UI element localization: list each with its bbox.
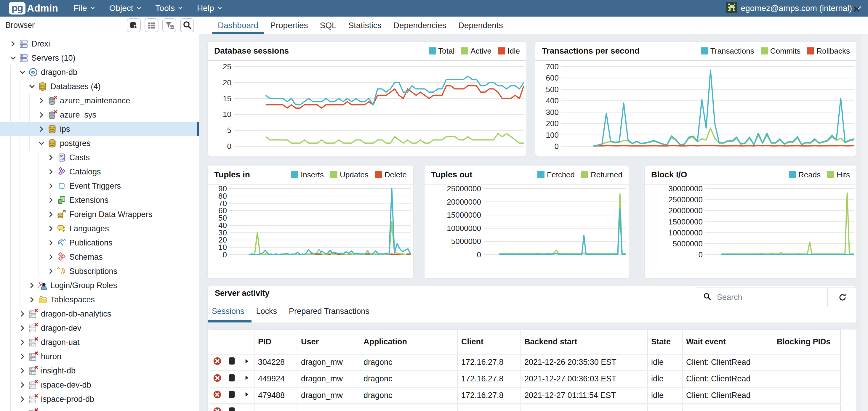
- session-row: 479488dragon_mwdragonc172.16.27.82021-12…: [210, 387, 841, 404]
- tree-chevron-icon[interactable]: [18, 307, 27, 321]
- tab-sql[interactable]: SQL: [314, 17, 342, 34]
- search-placeholder: Search: [717, 293, 742, 302]
- menu-object[interactable]: Object: [109, 4, 142, 13]
- tree-item-servers-10-[interactable]: Servers (10): [0, 51, 199, 65]
- tree-item-subscriptions[interactable]: Subscriptions: [0, 264, 199, 278]
- tree-item-languages[interactable]: Languages: [0, 221, 199, 236]
- tree-item-azure-maintenance[interactable]: azure_maintenance: [0, 94, 199, 108]
- chart-legend: ReadsHits: [789, 170, 850, 180]
- tree-chevron-icon[interactable]: [46, 165, 56, 179]
- tree-chevron-icon[interactable]: [18, 335, 27, 349]
- cancel-query-icon[interactable]: [213, 376, 222, 384]
- tree-item-databases-4-[interactable]: Databases (4): [0, 80, 199, 94]
- search-button[interactable]: [180, 18, 194, 32]
- terminate-session-icon[interactable]: [227, 358, 237, 368]
- cancel-query-icon[interactable]: [213, 409, 222, 411]
- expand-row-icon[interactable]: [243, 391, 250, 400]
- legend-label: Transactions: [710, 46, 754, 56]
- tree-item-ispace-prod-db[interactable]: ispace-prod-db: [0, 392, 199, 406]
- tree-chevron-icon[interactable]: [46, 179, 56, 193]
- terminate-session-icon[interactable]: [227, 392, 237, 401]
- tree-chevron-icon[interactable]: [37, 136, 46, 151]
- tree-item-ips[interactable]: ips: [0, 122, 199, 136]
- tree-chevron-icon[interactable]: [18, 321, 27, 335]
- tree-chevron-icon[interactable]: [18, 406, 27, 411]
- tree-item-catalogs[interactable]: Catalogs: [0, 165, 199, 179]
- tree-item-insight-db[interactable]: insight-db: [0, 363, 199, 378]
- tree-chevron-icon[interactable]: [37, 122, 46, 136]
- tree-item-login-group-roles[interactable]: Login/Group Roles: [0, 278, 199, 292]
- tree-chevron-icon[interactable]: [46, 207, 56, 221]
- close-panel-icon[interactable]: [852, 5, 861, 15]
- top-menubar: pg Admin FileObjectToolsHelp egomez@amps…: [0, 0, 868, 17]
- tree-item-publications[interactable]: Publications: [0, 236, 199, 250]
- tree-item-extensions[interactable]: Extensions: [0, 193, 199, 207]
- tree-item-label: postgres: [60, 139, 91, 148]
- tree-chevron-icon[interactable]: [46, 250, 56, 264]
- tree-chevron-icon[interactable]: [18, 378, 27, 392]
- tab-dependencies[interactable]: Dependencies: [388, 17, 453, 34]
- tab-statistics[interactable]: Statistics: [342, 17, 388, 34]
- tree-item-ispace-dev-db[interactable]: ispace-dev-db: [0, 378, 199, 392]
- legend-label: Idle: [507, 46, 520, 56]
- tree-item-tablespaces[interactable]: Tablespaces: [0, 292, 199, 307]
- tree-item-dragon-db-analytics[interactable]: dragon-db-analytics: [0, 307, 199, 321]
- menu-help[interactable]: Help: [197, 4, 223, 13]
- tree-chevron-icon[interactable]: [46, 151, 56, 165]
- tab-dependents[interactable]: Dependents: [453, 17, 509, 34]
- user-menu[interactable]: egomez@amps.com (internal): [726, 2, 862, 15]
- tree-chevron-icon[interactable]: [8, 37, 18, 51]
- cell-state: [648, 404, 683, 411]
- tree-item-foreign-data-wrappers[interactable]: Foreign Data Wrappers: [0, 207, 199, 221]
- tree-chevron-icon[interactable]: [18, 349, 27, 363]
- cancel-query-icon[interactable]: [213, 392, 222, 401]
- tree-chevron-icon[interactable]: [27, 80, 37, 94]
- tree-chevron-icon[interactable]: [46, 221, 56, 236]
- tree-chevron-icon[interactable]: [46, 264, 56, 278]
- filter-button[interactable]: [162, 18, 176, 32]
- tree-chevron-icon[interactable]: [18, 363, 27, 378]
- tree-item-schemas[interactable]: Schemas: [0, 250, 199, 264]
- terminate-cell: [224, 354, 239, 371]
- tree-chevron-icon[interactable]: [37, 108, 46, 122]
- chart-plot: 3000000025000000200000001500000010000000…: [645, 185, 857, 278]
- expand-row-icon[interactable]: [243, 374, 250, 383]
- refresh-button[interactable]: [828, 287, 857, 307]
- tree-item-drexi[interactable]: Drexi: [0, 37, 199, 51]
- search-box[interactable]: Search: [695, 287, 828, 307]
- tree-chevron-icon[interactable]: [46, 193, 56, 207]
- cancel-query-icon[interactable]: [213, 358, 222, 368]
- activity-tab-locks[interactable]: Locks: [256, 307, 277, 316]
- tree-chevron-icon[interactable]: [46, 236, 56, 250]
- tree-item-label: Foreign Data Wrappers: [69, 210, 152, 219]
- tab-properties[interactable]: Properties: [264, 17, 314, 34]
- tree-item-partial[interactable]: [0, 406, 199, 411]
- tree-chevron-icon[interactable]: [18, 392, 27, 406]
- grid-view-button[interactable]: [145, 18, 158, 32]
- tree-item-dragon-db[interactable]: dragon-db: [0, 65, 199, 80]
- tab-dashboard[interactable]: Dashboard: [212, 17, 264, 34]
- tree-chevron-icon[interactable]: [27, 292, 37, 307]
- tree-chevron-icon[interactable]: [8, 51, 18, 65]
- database-connect-button[interactable]: [127, 18, 141, 32]
- terminate-session-icon[interactable]: [227, 409, 237, 411]
- menu-file[interactable]: File: [74, 4, 96, 13]
- expand-row-icon[interactable]: [243, 358, 250, 367]
- tree-item-casts[interactable]: Casts: [0, 151, 199, 165]
- activity-tab-sessions[interactable]: Sessions: [212, 307, 244, 316]
- tree-item-postgres[interactable]: postgres: [0, 136, 199, 151]
- menu-tools[interactable]: Tools: [156, 4, 183, 13]
- tree-item-huron[interactable]: huron: [0, 349, 199, 363]
- tree-item-azure-sys[interactable]: azure_sys: [0, 108, 199, 122]
- scrollbar-track[interactable]: [861, 34, 868, 411]
- tree-item-dragon-uat[interactable]: dragon-uat: [0, 335, 199, 349]
- tree-chevron-icon[interactable]: [18, 65, 27, 80]
- tree-item-label: Servers (10): [31, 54, 75, 63]
- terminate-session-icon[interactable]: [227, 376, 237, 384]
- tree-item-event-triggers[interactable]: Event Triggers: [0, 179, 199, 193]
- tree-chevron-icon[interactable]: [37, 94, 46, 108]
- tree-item-dragon-dev[interactable]: dragon-dev: [0, 321, 199, 335]
- cell-user: dragon_mw: [298, 354, 360, 371]
- activity-tab-prepared-transactions[interactable]: Prepared Transactions: [289, 307, 369, 316]
- tree-chevron-icon[interactable]: [27, 278, 37, 292]
